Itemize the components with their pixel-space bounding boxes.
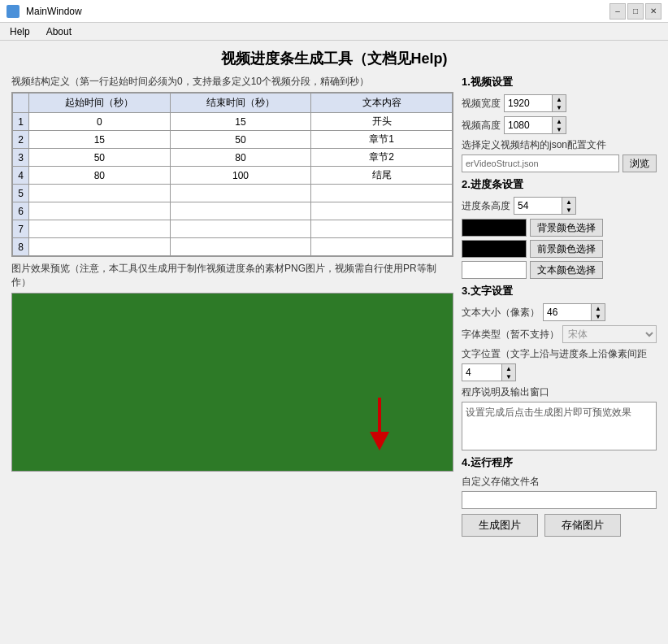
table-cell-text[interactable] (311, 113, 453, 131)
progress-height-down[interactable]: ▼ (562, 206, 575, 214)
bg-color-swatch (462, 219, 527, 237)
table-cell-text[interactable] (311, 220, 453, 238)
title-bar-controls: – □ ✕ (609, 3, 661, 20)
menu-help[interactable]: Help (7, 25, 33, 38)
table-cell-end[interactable] (170, 149, 311, 167)
font-size-spinner-btns: ▲ ▼ (592, 303, 605, 321)
table-cell-end[interactable] (170, 131, 311, 149)
text-position-up[interactable]: ▲ (502, 364, 515, 372)
text-input[interactable] (316, 134, 447, 146)
fg-color-button[interactable]: 前景颜色选择 (530, 240, 603, 258)
font-size-input[interactable] (543, 303, 592, 321)
video-height-spinner: ▲ ▼ (504, 116, 657, 134)
table-cell-start[interactable] (29, 131, 171, 149)
video-width-spinner: ▲ ▼ (504, 94, 657, 112)
table-row: 3 (13, 149, 453, 167)
main-content: 视频进度条生成工具（文档见Help) 视频结构定义（第一行起始时间必须为0，支持… (0, 41, 668, 550)
col-start-header: 起始时间（秒） (29, 94, 171, 113)
video-width-row: 视频宽度 ▲ ▼ (462, 94, 657, 112)
table-cell-end[interactable] (170, 238, 311, 256)
title-bar-text: MainWindow (26, 6, 82, 17)
table-cell-start[interactable] (29, 167, 171, 185)
table-cell-text[interactable] (311, 238, 453, 256)
section2-title: 2.进度条设置 (462, 177, 657, 192)
table-cell-start[interactable] (29, 220, 171, 238)
video-height-label: 视频高度 (462, 119, 501, 133)
video-width-down[interactable]: ▼ (553, 103, 566, 111)
table-cell-end[interactable] (170, 185, 311, 202)
col-text-header: 文本内容 (311, 94, 453, 113)
table-cell-end[interactable] (170, 220, 311, 238)
right-panel: 1.视频设置 视频宽度 ▲ ▼ 视频高度 (462, 75, 657, 542)
browse-button[interactable]: 浏览 (622, 154, 657, 172)
table-cell-text[interactable] (311, 202, 453, 220)
text-color-swatch (462, 261, 527, 279)
text-position-down[interactable]: ▼ (502, 372, 515, 381)
end-input[interactable] (176, 116, 306, 128)
arrow-icon (355, 389, 404, 455)
table-cell-start[interactable] (29, 185, 171, 202)
video-height-up[interactable]: ▲ (553, 117, 566, 125)
start-input[interactable] (34, 134, 165, 146)
start-input[interactable] (34, 116, 165, 128)
save-button[interactable]: 存储图片 (544, 514, 621, 537)
start-input[interactable] (34, 170, 165, 181)
table-cell-num: 3 (13, 149, 29, 167)
table-cell-start[interactable] (29, 113, 171, 131)
text-input[interactable] (316, 170, 447, 181)
video-height-spinner-btns: ▲ ▼ (553, 116, 566, 134)
video-height-input[interactable] (504, 116, 553, 134)
video-width-spinner-btns: ▲ ▼ (553, 94, 566, 112)
table-cell-end[interactable] (170, 113, 311, 131)
menu-about[interactable]: About (43, 25, 75, 38)
table-cell-start[interactable] (29, 149, 171, 167)
font-size-up[interactable]: ▲ (592, 304, 605, 312)
table-cell-start[interactable] (29, 202, 171, 220)
end-input[interactable] (176, 134, 306, 146)
progress-height-input[interactable] (514, 197, 562, 215)
table-wrapper: 起始时间（秒） 结束时间（秒） 文本内容 12345678 (11, 92, 453, 257)
font-type-label: 字体类型（暂不支持） (462, 328, 559, 342)
text-color-row: 文本颜色选择 (462, 261, 657, 279)
table-cell-end[interactable] (170, 167, 311, 185)
progress-height-up[interactable]: ▲ (562, 198, 575, 206)
minimize-button[interactable]: – (609, 3, 626, 20)
text-color-button[interactable]: 文本颜色选择 (530, 261, 603, 279)
maximize-button[interactable]: □ (627, 3, 644, 20)
section-video-settings: 1.视频设置 视频宽度 ▲ ▼ 视频高度 (462, 75, 657, 172)
preview-label: 图片效果预览（注意，本工具仅生成用于制作视频进度条的素材PNG图片，视频需自行使… (11, 262, 453, 289)
data-table: 起始时间（秒） 结束时间（秒） 文本内容 12345678 (12, 93, 453, 256)
text-input[interactable] (316, 152, 447, 163)
font-size-down[interactable]: ▼ (592, 312, 605, 320)
close-button[interactable]: ✕ (645, 3, 661, 20)
table-cell-text[interactable] (311, 185, 453, 202)
video-height-row: 视频高度 ▲ ▼ (462, 116, 657, 134)
section3-title: 3.文字设置 (462, 284, 657, 298)
json-file-input[interactable] (462, 154, 619, 172)
video-width-input[interactable] (504, 94, 553, 112)
generate-button[interactable]: 生成图片 (462, 514, 538, 537)
text-position-input[interactable] (462, 363, 502, 381)
bg-color-button[interactable]: 背景颜色选择 (530, 219, 603, 237)
section-text-settings: 3.文字设置 文本大小（像素） ▲ ▼ 字体类型（暂不支持） 宋体 (462, 284, 657, 450)
video-width-up[interactable]: ▲ (553, 95, 566, 103)
text-input[interactable] (316, 116, 447, 128)
table-cell-text[interactable] (311, 131, 453, 149)
table-row: 1 (13, 113, 453, 131)
table-cell-text[interactable] (311, 149, 453, 167)
font-type-select: 宋体 (562, 325, 657, 343)
end-input[interactable] (176, 152, 306, 163)
start-input[interactable] (34, 152, 165, 163)
table-cell-text[interactable] (311, 167, 453, 185)
table-row: 5 (13, 185, 453, 202)
video-height-down[interactable]: ▼ (553, 125, 566, 133)
table-cell-start[interactable] (29, 238, 171, 256)
table-cell-num: 4 (13, 167, 29, 185)
json-config-label: 选择定义视频结构的json配置文件 (462, 138, 657, 152)
col-num-header (13, 94, 29, 113)
progress-height-row: 进度条高度 ▲ ▼ (462, 197, 657, 215)
save-file-input[interactable] (462, 491, 657, 509)
end-input[interactable] (176, 170, 306, 181)
video-width-label: 视频宽度 (462, 97, 501, 111)
table-cell-end[interactable] (170, 202, 311, 220)
